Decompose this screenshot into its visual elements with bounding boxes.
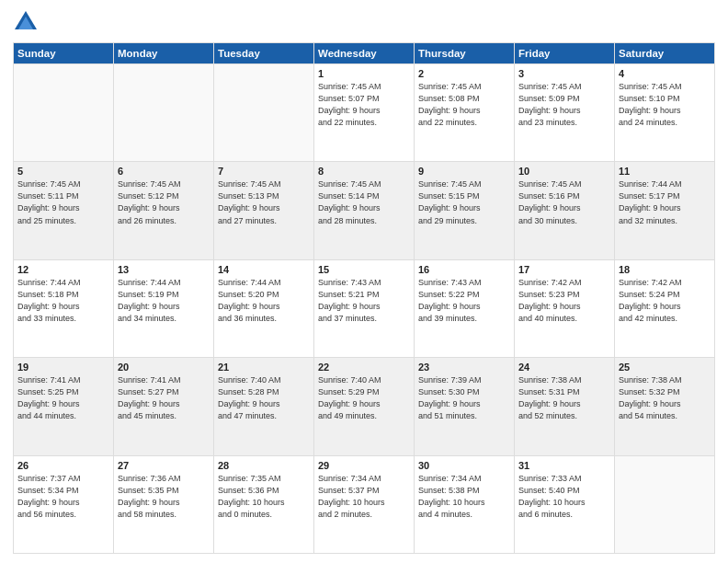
calendar-cell: 12Sunrise: 7:44 AM Sunset: 5:18 PM Dayli… xyxy=(14,259,114,357)
day-number: 12 xyxy=(17,264,109,275)
day-number: 30 xyxy=(418,460,510,471)
calendar-cell: 29Sunrise: 7:34 AM Sunset: 5:37 PM Dayli… xyxy=(314,455,415,553)
calendar-cell: 21Sunrise: 7:40 AM Sunset: 5:28 PM Dayli… xyxy=(214,358,314,455)
day-number: 17 xyxy=(518,264,610,275)
day-number: 31 xyxy=(518,460,610,471)
day-info: Sunrise: 7:43 AM Sunset: 5:22 PM Dayligh… xyxy=(418,277,510,325)
day-info: Sunrise: 7:34 AM Sunset: 5:38 PM Dayligh… xyxy=(418,473,510,521)
day-info: Sunrise: 7:42 AM Sunset: 5:23 PM Dayligh… xyxy=(518,277,610,325)
day-info: Sunrise: 7:44 AM Sunset: 5:20 PM Dayligh… xyxy=(218,277,310,325)
day-number: 1 xyxy=(318,68,410,79)
day-info: Sunrise: 7:38 AM Sunset: 5:31 PM Dayligh… xyxy=(518,374,610,422)
day-number: 26 xyxy=(17,460,109,471)
day-number: 2 xyxy=(418,68,510,79)
day-number: 27 xyxy=(118,460,210,471)
calendar-cell: 15Sunrise: 7:43 AM Sunset: 5:21 PM Dayli… xyxy=(314,259,415,357)
calendar-cell: 9Sunrise: 7:45 AM Sunset: 5:15 PM Daylig… xyxy=(415,162,515,259)
calendar-body: 1Sunrise: 7:45 AM Sunset: 5:07 PM Daylig… xyxy=(14,64,715,554)
calendar-cell: 23Sunrise: 7:39 AM Sunset: 5:30 PM Dayli… xyxy=(415,358,515,455)
weekday-header-saturday: Saturday xyxy=(615,43,715,64)
calendar-cell: 14Sunrise: 7:44 AM Sunset: 5:20 PM Dayli… xyxy=(214,259,314,357)
day-number: 4 xyxy=(619,68,711,79)
day-info: Sunrise: 7:42 AM Sunset: 5:24 PM Dayligh… xyxy=(619,277,711,325)
calendar-cell: 13Sunrise: 7:44 AM Sunset: 5:19 PM Dayli… xyxy=(114,259,214,357)
calendar-cell: 30Sunrise: 7:34 AM Sunset: 5:38 PM Dayli… xyxy=(415,455,515,553)
weekday-header-row: SundayMondayTuesdayWednesdayThursdayFrid… xyxy=(14,43,715,64)
calendar-week-row: 1Sunrise: 7:45 AM Sunset: 5:07 PM Daylig… xyxy=(14,64,715,162)
calendar-cell: 11Sunrise: 7:44 AM Sunset: 5:17 PM Dayli… xyxy=(615,162,715,259)
day-number: 8 xyxy=(318,166,410,177)
calendar-cell: 8Sunrise: 7:45 AM Sunset: 5:14 PM Daylig… xyxy=(314,162,415,259)
calendar-cell: 27Sunrise: 7:36 AM Sunset: 5:35 PM Dayli… xyxy=(114,455,214,553)
day-info: Sunrise: 7:35 AM Sunset: 5:36 PM Dayligh… xyxy=(218,473,310,521)
logo xyxy=(13,9,42,35)
calendar-cell xyxy=(615,455,715,553)
calendar-cell: 1Sunrise: 7:45 AM Sunset: 5:07 PM Daylig… xyxy=(314,64,415,162)
header xyxy=(13,9,715,35)
calendar-header: SundayMondayTuesdayWednesdayThursdayFrid… xyxy=(14,43,715,64)
weekday-header-sunday: Sunday xyxy=(14,43,114,64)
weekday-header-friday: Friday xyxy=(515,43,615,64)
calendar-cell: 26Sunrise: 7:37 AM Sunset: 5:34 PM Dayli… xyxy=(14,455,114,553)
day-info: Sunrise: 7:45 AM Sunset: 5:13 PM Dayligh… xyxy=(218,178,310,226)
day-number: 13 xyxy=(118,264,210,275)
day-number: 28 xyxy=(218,460,310,471)
day-info: Sunrise: 7:34 AM Sunset: 5:37 PM Dayligh… xyxy=(318,473,410,521)
day-number: 29 xyxy=(318,460,410,471)
day-info: Sunrise: 7:38 AM Sunset: 5:32 PM Dayligh… xyxy=(619,374,711,422)
calendar-cell: 31Sunrise: 7:33 AM Sunset: 5:40 PM Dayli… xyxy=(515,455,615,553)
calendar-cell: 28Sunrise: 7:35 AM Sunset: 5:36 PM Dayli… xyxy=(214,455,314,553)
day-info: Sunrise: 7:45 AM Sunset: 5:08 PM Dayligh… xyxy=(418,81,510,129)
weekday-header-wednesday: Wednesday xyxy=(314,43,415,64)
day-info: Sunrise: 7:45 AM Sunset: 5:14 PM Dayligh… xyxy=(318,178,410,226)
day-info: Sunrise: 7:45 AM Sunset: 5:16 PM Dayligh… xyxy=(518,178,610,226)
calendar-table: SundayMondayTuesdayWednesdayThursdayFrid… xyxy=(13,42,715,554)
day-info: Sunrise: 7:44 AM Sunset: 5:17 PM Dayligh… xyxy=(619,178,711,226)
day-number: 15 xyxy=(318,264,410,275)
weekday-header-monday: Monday xyxy=(114,43,214,64)
weekday-header-thursday: Thursday xyxy=(415,43,515,64)
day-info: Sunrise: 7:39 AM Sunset: 5:30 PM Dayligh… xyxy=(418,374,510,422)
calendar-cell xyxy=(14,64,114,162)
day-number: 14 xyxy=(218,264,310,275)
day-number: 7 xyxy=(218,166,310,177)
day-info: Sunrise: 7:33 AM Sunset: 5:40 PM Dayligh… xyxy=(518,473,610,521)
calendar-cell: 20Sunrise: 7:41 AM Sunset: 5:27 PM Dayli… xyxy=(114,358,214,455)
day-info: Sunrise: 7:45 AM Sunset: 5:11 PM Dayligh… xyxy=(17,178,109,226)
calendar-week-row: 26Sunrise: 7:37 AM Sunset: 5:34 PM Dayli… xyxy=(14,455,715,553)
day-info: Sunrise: 7:41 AM Sunset: 5:25 PM Dayligh… xyxy=(17,374,109,422)
calendar-cell: 22Sunrise: 7:40 AM Sunset: 5:29 PM Dayli… xyxy=(314,358,415,455)
day-number: 22 xyxy=(318,362,410,373)
calendar-week-row: 19Sunrise: 7:41 AM Sunset: 5:25 PM Dayli… xyxy=(14,358,715,455)
weekday-header-tuesday: Tuesday xyxy=(214,43,314,64)
day-info: Sunrise: 7:40 AM Sunset: 5:28 PM Dayligh… xyxy=(218,374,310,422)
day-info: Sunrise: 7:45 AM Sunset: 5:12 PM Dayligh… xyxy=(118,178,210,226)
calendar-cell: 6Sunrise: 7:45 AM Sunset: 5:12 PM Daylig… xyxy=(114,162,214,259)
calendar-cell: 25Sunrise: 7:38 AM Sunset: 5:32 PM Dayli… xyxy=(615,358,715,455)
day-number: 5 xyxy=(17,166,109,177)
day-number: 16 xyxy=(418,264,510,275)
day-number: 10 xyxy=(518,166,610,177)
day-info: Sunrise: 7:41 AM Sunset: 5:27 PM Dayligh… xyxy=(118,374,210,422)
day-info: Sunrise: 7:37 AM Sunset: 5:34 PM Dayligh… xyxy=(17,473,109,521)
day-number: 11 xyxy=(619,166,711,177)
day-info: Sunrise: 7:43 AM Sunset: 5:21 PM Dayligh… xyxy=(318,277,410,325)
calendar-cell: 24Sunrise: 7:38 AM Sunset: 5:31 PM Dayli… xyxy=(515,358,615,455)
day-number: 24 xyxy=(518,362,610,373)
day-number: 21 xyxy=(218,362,310,373)
calendar-cell: 19Sunrise: 7:41 AM Sunset: 5:25 PM Dayli… xyxy=(14,358,114,455)
day-info: Sunrise: 7:40 AM Sunset: 5:29 PM Dayligh… xyxy=(318,374,410,422)
day-info: Sunrise: 7:36 AM Sunset: 5:35 PM Dayligh… xyxy=(118,473,210,521)
day-info: Sunrise: 7:45 AM Sunset: 5:09 PM Dayligh… xyxy=(518,81,610,129)
calendar-cell: 17Sunrise: 7:42 AM Sunset: 5:23 PM Dayli… xyxy=(515,259,615,357)
day-number: 25 xyxy=(619,362,711,373)
page: SundayMondayTuesdayWednesdayThursdayFrid… xyxy=(0,0,728,563)
day-number: 9 xyxy=(418,166,510,177)
day-number: 23 xyxy=(418,362,510,373)
calendar-cell: 4Sunrise: 7:45 AM Sunset: 5:10 PM Daylig… xyxy=(615,64,715,162)
calendar-cell: 18Sunrise: 7:42 AM Sunset: 5:24 PM Dayli… xyxy=(615,259,715,357)
day-info: Sunrise: 7:44 AM Sunset: 5:18 PM Dayligh… xyxy=(17,277,109,325)
day-number: 20 xyxy=(118,362,210,373)
day-info: Sunrise: 7:44 AM Sunset: 5:19 PM Dayligh… xyxy=(118,277,210,325)
day-number: 19 xyxy=(17,362,109,373)
